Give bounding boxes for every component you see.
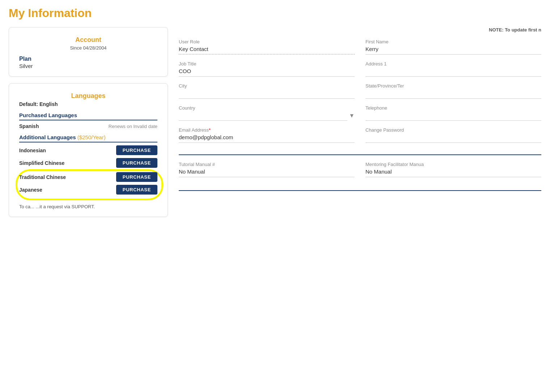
address1-value[interactable] <box>365 68 541 77</box>
purchased-lang-name: Spanish <box>19 123 39 129</box>
change-password-value[interactable] <box>365 134 541 143</box>
city-field: City <box>179 83 355 99</box>
user-role-label: User Role <box>179 39 355 44</box>
first-name-field: First Name Kerry <box>365 39 541 55</box>
address1-label: Address 1 <box>365 61 541 67</box>
list-item: Spanish Renews on Invalid date <box>19 123 157 129</box>
country-label: Country <box>179 105 355 111</box>
city-value[interactable] <box>179 90 355 99</box>
languages-card: Languages Default: English Purchased Lan… <box>9 83 168 217</box>
list-item: Indonesian PURCHASE <box>19 145 157 155</box>
city-label: City <box>179 83 355 89</box>
tutorial-value: No Manual <box>179 169 355 177</box>
first-name-value[interactable]: Kerry <box>365 46 541 55</box>
note-bar: NOTE: To update first n <box>179 27 541 33</box>
state-field: State/Province/Ter <box>365 83 541 99</box>
cancel-note: To ca... ...it a request via SUPPORT. <box>19 204 157 209</box>
first-name-label: First Name <box>365 39 541 44</box>
list-item: Traditional Chinese PURCHASE <box>19 172 157 182</box>
telephone-value[interactable] <box>365 112 541 121</box>
purchased-lang-renews: Renews on Invalid date <box>109 124 157 129</box>
indonesian-label: Indonesian <box>19 148 46 153</box>
job-title-field: Job Title COO <box>179 61 355 77</box>
additional-languages-title: Additional Languages ($250/Year) <box>19 134 157 142</box>
tutorial-field: Tutorial Manual # No Manual <box>179 162 355 177</box>
telephone-field: Telephone <box>365 105 541 121</box>
default-language: Default: English <box>19 101 157 107</box>
additional-price: ($250/Year) <box>77 134 106 140</box>
japanese-purchase-button[interactable]: PURCHASE <box>116 185 157 195</box>
tutorial-grid: Tutorial Manual # No Manual Mentoring Fa… <box>179 162 541 184</box>
country-value[interactable] <box>179 112 347 121</box>
address1-field: Address 1 <box>365 61 541 77</box>
mentoring-field: Mentoring Facilitator Manua No Manual <box>365 162 541 177</box>
email-field: Email Address* demo@pdpglobal.com <box>179 127 355 143</box>
form-grid: User Role Key Contact First Name Kerry J… <box>179 39 541 149</box>
account-title: Account <box>19 36 157 44</box>
state-value[interactable] <box>365 90 541 99</box>
mentoring-value: No Manual <box>365 169 541 177</box>
plan-label: Plan <box>19 56 157 62</box>
required-marker: * <box>209 127 211 133</box>
section-divider <box>179 154 541 155</box>
right-column: NOTE: To update first n User Role Key Co… <box>179 27 541 217</box>
traditional-chinese-purchase-button[interactable]: PURCHASE <box>116 172 157 182</box>
indonesian-purchase-button[interactable]: PURCHASE <box>116 145 157 155</box>
email-label: Email Address* <box>179 127 355 133</box>
highlighted-purchase-area: Traditional Chinese PURCHASE Japanese PU… <box>19 171 157 199</box>
change-password-field: Change Password <box>365 127 541 143</box>
job-title-label: Job Title <box>179 61 355 67</box>
traditional-chinese-label: Traditional Chinese <box>19 174 66 180</box>
left-column: Account Since 04/28/2004 Plan Silver Lan… <box>9 27 168 217</box>
page-title: My Information <box>0 0 550 24</box>
country-field: Country ▼ <box>179 105 355 121</box>
mentoring-label: Mentoring Facilitator Manua <box>365 162 541 167</box>
bottom-divider <box>179 190 541 191</box>
account-card: Account Since 04/28/2004 Plan Silver <box>9 27 168 77</box>
account-since: Since 04/28/2004 <box>19 45 157 51</box>
simplified-chinese-label: Simplified Chinese <box>19 160 64 166</box>
email-value[interactable]: demo@pdpglobal.com <box>179 134 355 143</box>
default-label: Default: <box>19 101 38 107</box>
user-role-value: Key Contact <box>179 46 355 55</box>
change-password-label: Change Password <box>365 127 541 133</box>
telephone-label: Telephone <box>365 105 541 111</box>
list-item: Japanese PURCHASE <box>19 185 157 195</box>
list-item: Simplified Chinese PURCHASE <box>19 158 157 168</box>
user-role-field: User Role Key Contact <box>179 39 355 55</box>
default-value: English <box>39 101 58 107</box>
country-row: ▼ <box>179 112 355 121</box>
purchased-languages-title: Purchased Languages <box>19 112 157 120</box>
plan-value: Silver <box>19 63 157 69</box>
tutorial-label: Tutorial Manual # <box>179 162 355 167</box>
chevron-down-icon: ▼ <box>349 112 355 121</box>
simplified-chinese-purchase-button[interactable]: PURCHASE <box>116 158 157 168</box>
japanese-label: Japanese <box>19 187 42 193</box>
languages-title: Languages <box>19 92 157 100</box>
job-title-value[interactable]: COO <box>179 68 355 77</box>
state-label: State/Province/Ter <box>365 83 541 89</box>
